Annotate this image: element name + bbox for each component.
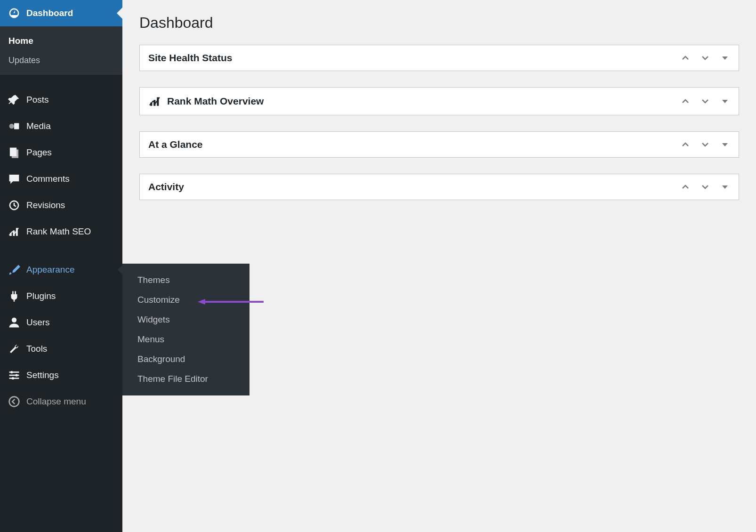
sidebar-item-plugins[interactable]: Plugins — [0, 283, 122, 309]
dashboard-submenu: Home Updates — [0, 26, 122, 75]
sidebar-label-rankmath: Rank Math SEO — [26, 226, 91, 237]
brush-icon — [8, 263, 21, 276]
sidebar-label-revisions: Revisions — [26, 200, 65, 210]
sidebar-label-posts: Posts — [26, 95, 49, 105]
user-icon — [8, 316, 21, 329]
flyout-item-themes[interactable]: Themes — [122, 270, 249, 290]
sidebar-item-revisions[interactable]: Revisions — [0, 192, 122, 218]
sidebar-label-plugins: Plugins — [26, 291, 56, 301]
toggle-icon[interactable] — [720, 96, 730, 106]
toggle-icon[interactable] — [720, 182, 730, 192]
rankmath-icon — [8, 225, 21, 238]
submenu-item-updates[interactable]: Updates — [0, 51, 122, 70]
flyout-item-customize[interactable]: Customize — [122, 290, 249, 310]
sidebar-label-media: Media — [26, 121, 51, 131]
sidebar-label-appearance: Appearance — [26, 265, 74, 275]
sidebar-label-users: Users — [26, 317, 50, 328]
sliders-icon — [8, 369, 21, 382]
media-icon — [8, 120, 21, 133]
widget-controls — [680, 139, 730, 150]
widget-title: Site Health Status — [148, 52, 680, 64]
sidebar-item-media[interactable]: Media — [0, 113, 122, 139]
widget-title: Rank Math Overview — [167, 96, 680, 107]
sidebar-item-users[interactable]: Users — [0, 309, 122, 336]
sidebar-separator — [0, 245, 122, 257]
sidebar-item-appearance[interactable]: Appearance — [0, 257, 122, 283]
plug-icon — [8, 290, 21, 303]
widget-title: At a Glance — [148, 139, 680, 150]
sidebar-label-dashboard: Dashboard — [26, 8, 73, 18]
move-down-icon[interactable] — [700, 139, 710, 150]
widget-title: Activity — [148, 181, 680, 193]
flyout-item-widgets[interactable]: Widgets — [122, 310, 249, 330]
sidebar-item-rankmath[interactable]: Rank Math SEO — [0, 218, 122, 245]
pin-icon — [8, 93, 21, 106]
flyout-item-background[interactable]: Background — [122, 349, 249, 369]
move-up-icon[interactable] — [680, 182, 691, 192]
collapse-label: Collapse menu — [26, 396, 86, 407]
wrench-icon — [8, 342, 21, 355]
widget-controls — [680, 182, 730, 192]
svg-point-15 — [9, 397, 19, 407]
submenu-item-home[interactable]: Home — [0, 31, 122, 51]
move-up-icon[interactable] — [680, 96, 691, 106]
rankmath-icon — [148, 95, 161, 108]
svg-point-14 — [12, 377, 14, 379]
sidebar-label-settings: Settings — [26, 370, 59, 380]
svg-point-8 — [12, 318, 16, 322]
collapse-icon — [8, 395, 21, 408]
sidebar-item-tools[interactable]: Tools — [0, 336, 122, 362]
svg-point-12 — [10, 371, 13, 373]
sidebar-item-pages[interactable]: Pages — [0, 139, 122, 166]
pages-icon — [8, 146, 21, 159]
widget-rank-math-overview: Rank Math Overview — [139, 87, 739, 115]
sidebar-label-tools: Tools — [26, 344, 47, 354]
svg-point-0 — [9, 124, 14, 129]
move-up-icon[interactable] — [680, 53, 691, 63]
widget-controls — [680, 53, 730, 63]
history-icon — [8, 199, 21, 212]
svg-rect-3 — [12, 150, 18, 158]
toggle-icon[interactable] — [720, 139, 730, 150]
flyout-item-theme-file-editor[interactable]: Theme File Editor — [122, 369, 249, 389]
appearance-flyout-menu: Themes Customize Widgets Menus Backgroun… — [122, 264, 249, 395]
widget-activity: Activity — [139, 174, 739, 200]
sidebar-item-settings[interactable]: Settings — [0, 362, 122, 388]
move-down-icon[interactable] — [700, 96, 710, 106]
svg-rect-1 — [14, 123, 19, 129]
widget-at-a-glance: At a Glance — [139, 131, 739, 158]
move-up-icon[interactable] — [680, 139, 691, 150]
sidebar-item-dashboard[interactable]: Dashboard — [0, 0, 122, 26]
comment-icon — [8, 172, 21, 185]
toggle-icon[interactable] — [720, 53, 730, 63]
widget-controls — [680, 96, 730, 106]
page-title: Dashboard — [139, 14, 739, 32]
sidebar-label-pages: Pages — [26, 147, 52, 158]
sidebar-item-posts[interactable]: Posts — [0, 87, 122, 113]
sidebar-label-comments: Comments — [26, 174, 70, 184]
widget-site-health: Site Health Status — [139, 45, 739, 71]
collapse-menu-button[interactable]: Collapse menu — [0, 388, 122, 415]
move-down-icon[interactable] — [700, 182, 710, 192]
sidebar-item-comments[interactable]: Comments — [0, 166, 122, 192]
svg-point-13 — [16, 374, 18, 376]
move-down-icon[interactable] — [700, 53, 710, 63]
sidebar-separator — [0, 75, 122, 87]
admin-sidebar: Dashboard Home Updates Posts Media Pages… — [0, 0, 122, 532]
flyout-item-menus[interactable]: Menus — [122, 330, 249, 349]
dashboard-icon — [8, 7, 21, 20]
